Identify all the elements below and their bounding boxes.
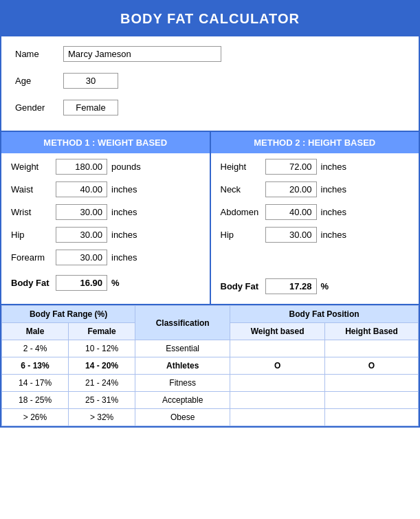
table-row: 6 - 13% 14 - 20% Athletes O O — [2, 357, 419, 375]
height-label: Height — [221, 162, 265, 172]
cell-weight-pos — [230, 392, 325, 409]
table-row: > 26% > 32% Obese — [2, 409, 419, 426]
col-male: Male — [2, 323, 69, 340]
hip-input-m1[interactable] — [56, 227, 107, 243]
cell-height-pos: O — [324, 357, 418, 375]
abdomen-input[interactable] — [265, 204, 317, 220]
wrist-label: Wrist — [11, 207, 56, 217]
cell-class: Essential — [135, 340, 230, 357]
bodyfat-value-m1[interactable] — [56, 275, 107, 291]
gender-label: Gender — [15, 102, 63, 113]
hip-label-m1: Hip — [11, 230, 56, 240]
method1-header: METHOD 1 : WEIGHT BASED — [1, 132, 211, 153]
cell-height-pos — [324, 375, 418, 392]
method2-header: METHOD 2 : HEIGHT BASED — [211, 132, 419, 153]
neck-unit: inches — [321, 184, 347, 195]
neck-input[interactable] — [265, 181, 317, 197]
wrist-unit: inches — [111, 207, 137, 217]
bodyfat-unit-m2: % — [321, 281, 329, 291]
height-unit: inches — [321, 162, 347, 172]
table-row: 2 - 4% 10 - 12% Essential — [2, 340, 419, 357]
cell-male: 2 - 4% — [2, 340, 69, 357]
weight-unit: pounds — [111, 162, 141, 172]
age-label: Age — [15, 76, 63, 86]
waist-input[interactable] — [56, 181, 107, 197]
cell-class: Acceptable — [135, 392, 230, 409]
method1-panel: Weight pounds Waist inches Wrist inches … — [1, 153, 211, 304]
abdomen-unit: inches — [321, 207, 347, 217]
col-bodyfat-position: Body Fat Position — [230, 306, 419, 323]
col-height-based: Height Based — [324, 323, 418, 340]
cell-male: > 26% — [2, 409, 69, 426]
cell-female: 10 - 12% — [69, 340, 135, 357]
col-female: Female — [69, 323, 135, 340]
abdomen-label: Abdomen — [221, 207, 265, 217]
cell-female: > 32% — [69, 409, 135, 426]
page-title: BODY FAT CALCULATOR — [1, 1, 419, 36]
height-input[interactable] — [265, 159, 317, 175]
col-bodyfat-range: Body Fat Range (%) — [2, 306, 135, 323]
cell-class: Athletes — [135, 357, 230, 375]
col-weight-based: Weight based — [230, 323, 325, 340]
weight-label: Weight — [11, 162, 56, 172]
results-table: Body Fat Range (%) Classification Body F… — [1, 305, 419, 426]
cell-class: Fitness — [135, 375, 230, 392]
results-section: Body Fat Range (%) Classification Body F… — [1, 305, 419, 426]
wrist-input[interactable] — [56, 204, 107, 220]
cell-male: 18 - 25% — [2, 392, 69, 409]
neck-label: Neck — [221, 184, 265, 195]
forearm-label: Forearm — [11, 252, 56, 263]
cell-height-pos — [324, 392, 418, 409]
cell-male: 6 - 13% — [2, 357, 69, 375]
cell-male: 14 - 17% — [2, 375, 69, 392]
cell-weight-pos — [230, 375, 325, 392]
method2-panel: Height inches Neck inches Abdomen inches… — [211, 153, 419, 304]
bodyfat-value-m2[interactable] — [265, 278, 317, 294]
waist-label: Waist — [11, 184, 56, 195]
cell-height-pos — [324, 340, 418, 357]
cell-female: 14 - 20% — [69, 357, 135, 375]
weight-input[interactable] — [56, 159, 107, 175]
cell-female: 25 - 31% — [69, 392, 135, 409]
col-classification: Classification — [135, 306, 230, 340]
hip-label-m2: Hip — [221, 230, 265, 240]
cell-weight-pos — [230, 409, 325, 426]
waist-unit: inches — [111, 184, 137, 195]
bodyfat-unit-m1: % — [111, 278, 120, 288]
age-input[interactable] — [63, 73, 118, 89]
name-label: Name — [15, 49, 63, 59]
cell-class: Obese — [135, 409, 230, 426]
hip-input-m2[interactable] — [265, 227, 317, 243]
cell-height-pos — [324, 409, 418, 426]
cell-weight-pos: O — [230, 357, 325, 375]
gender-input[interactable] — [63, 100, 118, 115]
bodyfat-label-m2: Body Fat — [221, 281, 265, 291]
bodyfat-label-m1: Body Fat — [11, 278, 56, 288]
name-input[interactable] — [63, 46, 221, 62]
table-row: 18 - 25% 25 - 31% Acceptable — [2, 392, 419, 409]
hip-unit-m2: inches — [321, 230, 347, 240]
forearm-input[interactable] — [56, 250, 107, 265]
hip-unit-m1: inches — [111, 230, 137, 240]
forearm-unit: inches — [111, 252, 137, 263]
cell-female: 21 - 24% — [69, 375, 135, 392]
cell-weight-pos — [230, 340, 325, 357]
table-row: 14 - 17% 21 - 24% Fitness — [2, 375, 419, 392]
